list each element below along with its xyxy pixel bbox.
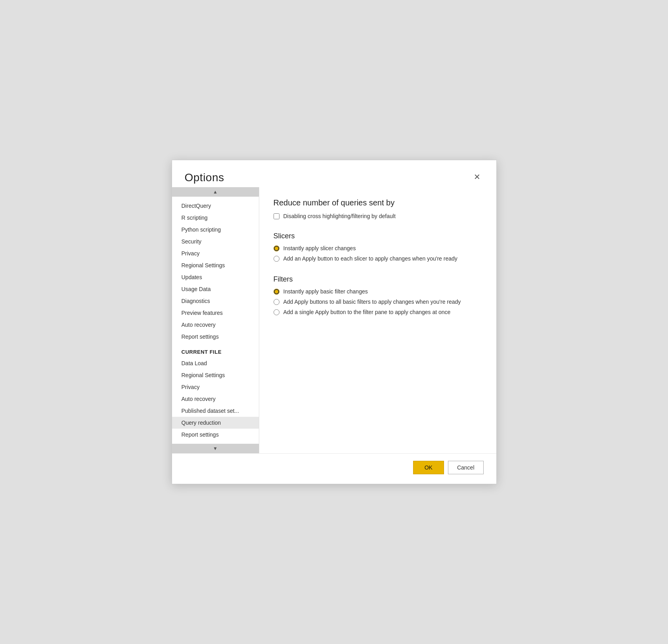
sidebar-item-updates[interactable]: Updates <box>172 271 259 283</box>
cross-highlight-label: Disabling cross highlighting/filtering b… <box>283 213 396 219</box>
filter-option-row-instantly-filter: Instantly apply basic filter changes <box>274 288 480 295</box>
filter-label-single-apply-filter: Add a single Apply button to the filter … <box>283 309 451 315</box>
sidebar-item-auto-recovery[interactable]: Auto recovery <box>172 319 259 331</box>
filter-option-row-apply-buttons-filter: Add Apply buttons to all basic filters t… <box>274 299 480 305</box>
slicer-label-instantly-slicer: Instantly apply slicer changes <box>283 245 356 251</box>
reduce-queries-section: Reduce number of queries sent by Disabli… <box>274 198 480 222</box>
sidebar-item-privacy-cf[interactable]: Privacy <box>172 381 259 393</box>
scroll-up-button[interactable]: ▲ <box>172 187 259 197</box>
sidebar-item-report-settings-cf[interactable]: Report settings <box>172 429 259 441</box>
cross-highlight-row: Disabling cross highlighting/filtering b… <box>274 213 480 219</box>
sidebar-item-directquery[interactable]: DirectQuery <box>172 200 259 212</box>
sidebar-item-published-dataset[interactable]: Published dataset set... <box>172 405 259 417</box>
sidebar-current-file-label: CURRENT FILE <box>172 343 259 357</box>
sidebar-item-regional-settings-cf[interactable]: Regional Settings <box>172 369 259 381</box>
dialog-title: Options <box>185 171 224 184</box>
close-button[interactable]: ✕ <box>471 171 484 182</box>
slicer-option-row-apply-button-slicer: Add an Apply button to each slicer to ap… <box>274 255 480 262</box>
slicers-heading: Slicers <box>274 232 480 240</box>
options-dialog: Options ✕ ▲ DirectQueryR scriptingPython… <box>172 160 497 484</box>
filter-radio-instantly-filter[interactable] <box>274 289 279 295</box>
scroll-down-button[interactable]: ▼ <box>172 444 259 453</box>
slicer-label-apply-button-slicer: Add an Apply button to each slicer to ap… <box>283 255 457 262</box>
sidebar-item-report-settings[interactable]: Report settings <box>172 331 259 343</box>
ok-button[interactable]: OK <box>413 461 444 474</box>
sidebar-item-data-load[interactable]: Data Load <box>172 357 259 369</box>
sidebar-item-python-scripting[interactable]: Python scripting <box>172 224 259 236</box>
slicer-option-row-instantly-slicer: Instantly apply slicer changes <box>274 245 480 251</box>
sidebar-item-privacy[interactable]: Privacy <box>172 247 259 259</box>
filter-label-apply-buttons-filter: Add Apply buttons to all basic filters t… <box>283 299 461 305</box>
content-heading: Reduce number of queries sent by <box>274 198 480 207</box>
filters-section: Filters Instantly apply basic filter cha… <box>274 274 480 319</box>
slicer-options: Instantly apply slicer changesAdd an App… <box>274 245 480 262</box>
cross-highlight-checkbox[interactable] <box>274 213 279 219</box>
slicers-section: Slicers Instantly apply slicer changesAd… <box>274 230 480 266</box>
slicer-radio-apply-button-slicer[interactable] <box>274 256 279 262</box>
sidebar-item-auto-recovery-cf[interactable]: Auto recovery <box>172 393 259 405</box>
sidebar-item-usage-data[interactable]: Usage Data <box>172 283 259 295</box>
main-content: Reduce number of queries sent by Disabli… <box>259 187 496 453</box>
dialog-header: Options ✕ <box>172 160 496 187</box>
sidebar: ▲ DirectQueryR scriptingPython scripting… <box>172 187 259 453</box>
dialog-footer: OK Cancel <box>172 453 496 484</box>
filter-label-instantly-filter: Instantly apply basic filter changes <box>283 288 368 295</box>
dialog-body: ▲ DirectQueryR scriptingPython scripting… <box>172 187 496 453</box>
sidebar-scroll: DirectQueryR scriptingPython scriptingSe… <box>172 197 259 444</box>
filter-options: Instantly apply basic filter changesAdd … <box>274 288 480 315</box>
slicer-radio-instantly-slicer[interactable] <box>274 245 279 251</box>
filter-radio-single-apply-filter[interactable] <box>274 309 279 315</box>
sidebar-item-query-reduction[interactable]: Query reduction <box>172 417 259 429</box>
sidebar-current-file-items: Data LoadRegional SettingsPrivacyAuto re… <box>172 357 259 441</box>
filter-radio-apply-buttons-filter[interactable] <box>274 299 279 305</box>
sidebar-item-regional-settings[interactable]: Regional Settings <box>172 259 259 271</box>
sidebar-item-r-scripting[interactable]: R scripting <box>172 212 259 224</box>
filter-option-row-single-apply-filter: Add a single Apply button to the filter … <box>274 309 480 315</box>
cancel-button[interactable]: Cancel <box>448 461 484 474</box>
sidebar-item-security[interactable]: Security <box>172 236 259 247</box>
sidebar-item-diagnostics[interactable]: Diagnostics <box>172 295 259 307</box>
sidebar-item-preview-features[interactable]: Preview features <box>172 307 259 319</box>
filters-heading: Filters <box>274 275 480 284</box>
sidebar-global-items: DirectQueryR scriptingPython scriptingSe… <box>172 200 259 343</box>
